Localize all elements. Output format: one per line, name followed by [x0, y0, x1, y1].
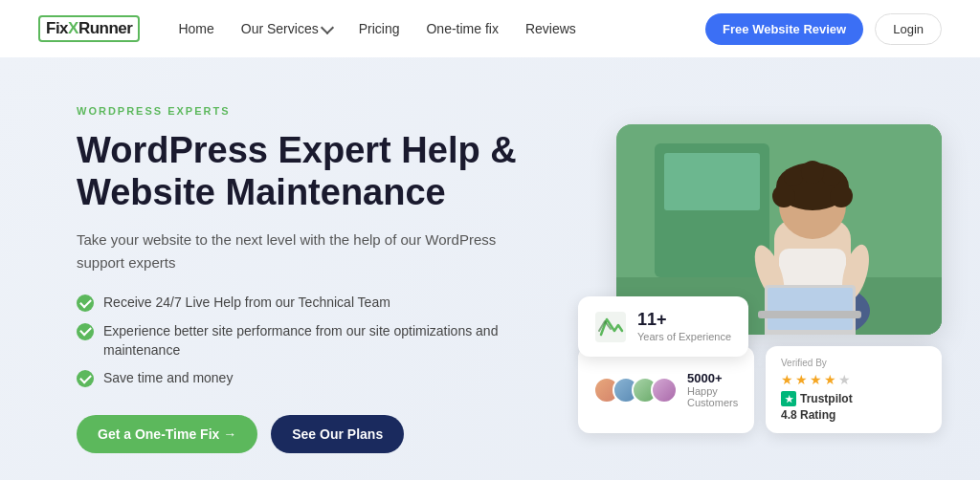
check-icon-3 [77, 370, 94, 387]
trustpilot-logo: Trustpilot [781, 391, 926, 406]
hero-right: 11+ Years of Experience 5000+ Happy Cust… [578, 124, 942, 433]
star-2: ★ [795, 372, 808, 387]
stars-row: ★ ★ ★ ★ ★ [781, 372, 851, 387]
svg-point-11 [822, 167, 841, 186]
nav-pricing[interactable]: Pricing [359, 21, 400, 36]
navbar: FixXRunner Home Our Services Pricing One… [0, 0, 980, 57]
svg-rect-17 [768, 288, 853, 330]
nav-links: Home Our Services Pricing One-time fix R… [178, 21, 705, 36]
star-1: ★ [781, 372, 793, 387]
nav-one-time-fix[interactable]: One-time fix [426, 21, 498, 36]
svg-point-12 [801, 161, 824, 184]
trustpilot-icon [781, 391, 796, 406]
hero-title: WordPress Expert Help & Website Maintena… [77, 130, 536, 213]
hero-ctas: Get a One-Time Fix → See Our Plans [77, 415, 536, 453]
nav-home[interactable]: Home [178, 21, 213, 36]
hero-eyebrow: WORDPRESS EXPERTS [77, 105, 536, 117]
nav-actions: Free Website Review Login [705, 13, 942, 45]
svg-point-9 [830, 185, 853, 207]
login-button[interactable]: Login [875, 13, 942, 45]
avatars-row [593, 377, 678, 404]
logo-runner: Runner [78, 19, 133, 37]
nxtwave-logo-icon [595, 312, 626, 342]
check-icon-2 [77, 323, 94, 340]
customers-label: Happy Customers [687, 385, 739, 408]
logo-x: X [68, 19, 78, 37]
chevron-down-icon [321, 20, 334, 33]
nav-services[interactable]: Our Services [241, 21, 332, 36]
svg-point-8 [772, 185, 795, 207]
star-3: ★ [810, 372, 822, 387]
feature-text-3: Save time and money [103, 369, 233, 388]
years-experience-card: 11+ Years of Experience [578, 296, 748, 357]
customers-card: 5000+ Happy Customers [578, 346, 754, 433]
feature-text-1: Receive 24/7 Live Help from our Technica… [103, 294, 390, 313]
customers-text: 5000+ Happy Customers [687, 371, 739, 408]
years-label: Years of Experience [637, 330, 731, 343]
nav-services-label: Our Services [241, 21, 319, 36]
feature-text-2: Experience better site performance from … [103, 322, 536, 360]
see-plans-button[interactable]: See Our Plans [271, 415, 404, 453]
feature-item-2: Experience better site performance from … [77, 322, 536, 360]
bottom-cards: 5000+ Happy Customers Verified By ★ ★ ★ … [578, 346, 942, 433]
nav-reviews[interactable]: Reviews [525, 21, 576, 36]
customers-number: 5000+ [687, 371, 739, 385]
logo-box: FixXRunner [38, 15, 140, 42]
logo-fix: Fix [46, 19, 68, 37]
verified-by-label: Verified By [781, 358, 926, 368]
years-number: 11+ [637, 310, 731, 330]
rating-score: 4.8 Rating [781, 408, 926, 422]
svg-rect-18 [758, 311, 861, 318]
svg-point-10 [784, 167, 803, 186]
check-icon-1 [77, 295, 94, 312]
logo[interactable]: FixXRunner [38, 15, 140, 42]
hero-section: WORDPRESS EXPERTS WordPress Expert Help … [0, 57, 980, 480]
get-fix-button[interactable]: Get a One-Time Fix → [77, 415, 257, 453]
hero-left: WORDPRESS EXPERTS WordPress Expert Help … [77, 105, 536, 453]
years-stats: 11+ Years of Experience [637, 310, 731, 343]
rating-card: Verified By ★ ★ ★ ★ ★ Trustpilot 4.8 Rat… [766, 346, 942, 433]
star-5: ★ [838, 372, 851, 387]
hero-subtitle: Take your website to the next level with… [77, 229, 536, 274]
avatar-4 [651, 377, 678, 404]
trustpilot-label: Trustpilot [800, 392, 853, 405]
feature-item-3: Save time and money [77, 369, 536, 388]
hero-features-list: Receive 24/7 Live Help from our Technica… [77, 294, 536, 387]
free-review-button[interactable]: Free Website Review [705, 13, 863, 45]
trustpilot-row: ★ ★ ★ ★ ★ [781, 372, 926, 387]
svg-rect-3 [664, 153, 760, 210]
star-4: ★ [824, 372, 836, 387]
feature-item-1: Receive 24/7 Live Help from our Technica… [77, 294, 536, 313]
